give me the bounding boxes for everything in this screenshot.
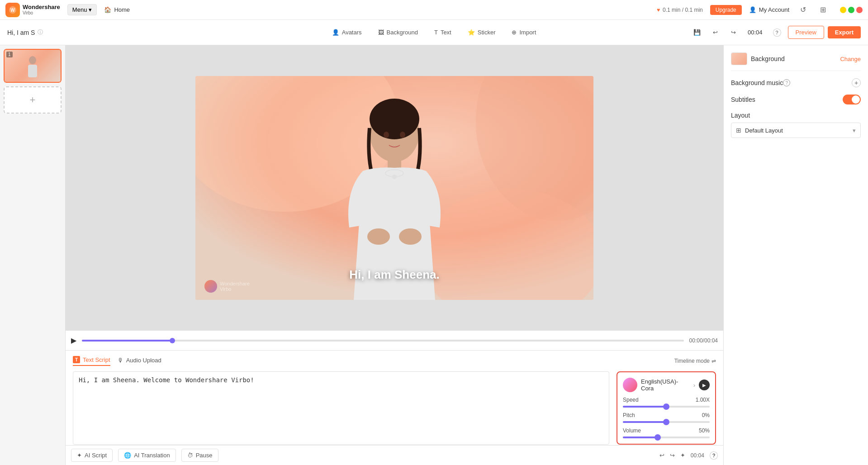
slide-number: 1	[6, 52, 13, 57]
pitch-slider[interactable]	[623, 421, 710, 423]
history-button[interactable]: ↺	[797, 4, 809, 16]
maximize-button[interactable]	[848, 7, 854, 13]
import-button[interactable]: ⊕ Import	[504, 25, 543, 39]
play-button[interactable]: ▶	[71, 336, 76, 345]
ai-script-button[interactable]: ✦ AI Script	[71, 449, 113, 462]
account-button[interactable]: 👤 My Account	[749, 6, 789, 13]
speed-slider[interactable]	[623, 406, 710, 408]
timeline-mode-button[interactable]: Timeline mode ⇌	[674, 358, 716, 364]
minimize-button[interactable]	[840, 7, 846, 13]
magic-wand-button[interactable]: ✦	[680, 452, 685, 459]
text-button[interactable]: T Text	[427, 25, 459, 39]
history-icon: ↺	[800, 5, 806, 14]
voice-avatar	[623, 378, 637, 392]
credit-info: ♥ 0.1 min / 0.1 min	[657, 7, 703, 13]
top-navbar: W Wondershare Virbo Menu ▾ 🏠 Home ♥ 0.1 …	[0, 0, 868, 20]
home-button[interactable]: 🏠 Home	[104, 6, 130, 13]
avatars-button[interactable]: 👤 Avatars	[325, 25, 369, 39]
ai-translation-icon: 🌐	[124, 452, 131, 459]
voice-play-button[interactable]: ▶	[699, 380, 710, 390]
toggle-knob	[852, 95, 860, 104]
voice-panel: English(USA)-Cora › ▶ Speed 1.00X	[617, 371, 716, 445]
script-textarea[interactable]	[73, 371, 609, 445]
logo-icon: W	[5, 3, 20, 17]
menu-button[interactable]: Menu ▾	[67, 4, 97, 15]
bottom-help-button[interactable]: ?	[710, 451, 718, 460]
avatars-icon: 👤	[332, 29, 339, 36]
svg-point-16	[392, 175, 397, 179]
layout-chevron-icon: ▾	[853, 127, 856, 134]
timeline-mode-icon: ⇌	[711, 358, 716, 364]
layout-section: Layout ⊞ Default Layout ▾	[731, 112, 861, 138]
background-section: Background Change	[731, 52, 861, 71]
layout-selector[interactable]: ⊞ Default Layout ▾	[731, 123, 861, 138]
add-slide-button[interactable]: +	[4, 86, 62, 114]
pause-button[interactable]: ⏱ Pause	[181, 449, 218, 462]
volume-control: Volume 50%	[623, 427, 710, 438]
svg-point-13	[384, 132, 389, 138]
undo-button[interactable]: ↩	[708, 25, 722, 40]
svg-point-9	[370, 99, 419, 139]
save-icon: 💾	[693, 29, 701, 36]
background-tool-button[interactable]: 🖼 Background	[371, 25, 425, 39]
logo: W Wondershare Virbo	[5, 3, 60, 17]
video-content: Hi, I am Sheena. WondershareVirbo	[195, 76, 593, 300]
slide-avatar-preview	[26, 55, 39, 77]
svg-point-12	[399, 228, 422, 245]
sticker-icon: ⭐	[468, 29, 475, 36]
voice-expand-icon[interactable]: ›	[693, 382, 695, 389]
background-icon: 🖼	[378, 29, 384, 36]
pitch-thumb[interactable]	[663, 419, 669, 425]
undo-bottom-button[interactable]: ↩	[659, 452, 664, 459]
export-button[interactable]: Export	[828, 26, 861, 38]
svg-point-2	[29, 56, 36, 64]
change-background-button[interactable]: Change	[840, 56, 861, 62]
pitch-fill	[623, 421, 666, 423]
close-button[interactable]	[856, 7, 863, 13]
watermark-text: WondershareVirbo	[220, 281, 250, 292]
grid-icon: ⊞	[820, 5, 826, 14]
toolbar-right: 💾 ↩ ↪ 00:04 ? Preview Export	[690, 25, 861, 40]
help-button[interactable]: ?	[770, 25, 784, 40]
background-music-section: Background music ? +	[731, 78, 861, 87]
layout-name: Default Layout	[745, 127, 849, 134]
volume-slider[interactable]	[623, 437, 710, 438]
bottom-right-controls: ↩ ↪ ✦ 00:04 ?	[659, 451, 718, 460]
save-button[interactable]: 💾	[690, 25, 704, 40]
redo-button[interactable]: ↪	[726, 25, 740, 40]
ai-script-icon: ✦	[77, 452, 82, 459]
pitch-value: 0%	[702, 412, 710, 418]
pitch-label: Pitch	[623, 412, 635, 418]
audio-upload-tab[interactable]: 🎙 Audio Upload	[118, 357, 161, 365]
subtitles-section: Subtitles	[731, 95, 861, 104]
progress-handle[interactable]	[170, 338, 175, 343]
svg-rect-3	[28, 65, 37, 77]
voice-header: English(USA)-Cora › ▶	[623, 378, 710, 392]
import-icon: ⊕	[512, 29, 517, 36]
slide-item[interactable]: 1	[4, 49, 62, 83]
volume-thumb[interactable]	[655, 434, 661, 441]
main-toolbar: Hi, I am S ⓘ 👤 Avatars 🖼 Background T Te…	[0, 20, 868, 45]
speed-thumb[interactable]	[663, 403, 669, 410]
add-music-button[interactable]: +	[852, 78, 861, 87]
help-icon: ?	[773, 28, 781, 37]
slide-thumbnail: 1	[4, 49, 62, 83]
text-script-tab[interactable]: T Text Script	[73, 356, 110, 366]
chevron-down-icon: ▾	[89, 6, 92, 13]
volume-fill	[623, 437, 658, 438]
preview-button[interactable]: Preview	[788, 26, 824, 39]
grid-button[interactable]: ⊞	[816, 4, 829, 16]
svg-point-14	[400, 132, 405, 138]
svg-text:W: W	[10, 8, 15, 13]
upgrade-button[interactable]: Upgrade	[710, 5, 742, 15]
window-controls	[840, 7, 863, 13]
redo-bottom-button[interactable]: ↪	[670, 452, 675, 459]
progress-bar[interactable]	[82, 340, 684, 342]
logo-text: Wondershare Virbo	[23, 4, 60, 15]
music-help-icon[interactable]: ?	[783, 79, 790, 86]
subtitles-toggle[interactable]	[843, 95, 861, 104]
sticker-button[interactable]: ⭐ Sticker	[460, 25, 503, 39]
background-label: Background	[751, 55, 836, 62]
ai-translation-button[interactable]: 🌐 AI Translation	[118, 449, 176, 462]
background-color-preview	[731, 52, 747, 65]
